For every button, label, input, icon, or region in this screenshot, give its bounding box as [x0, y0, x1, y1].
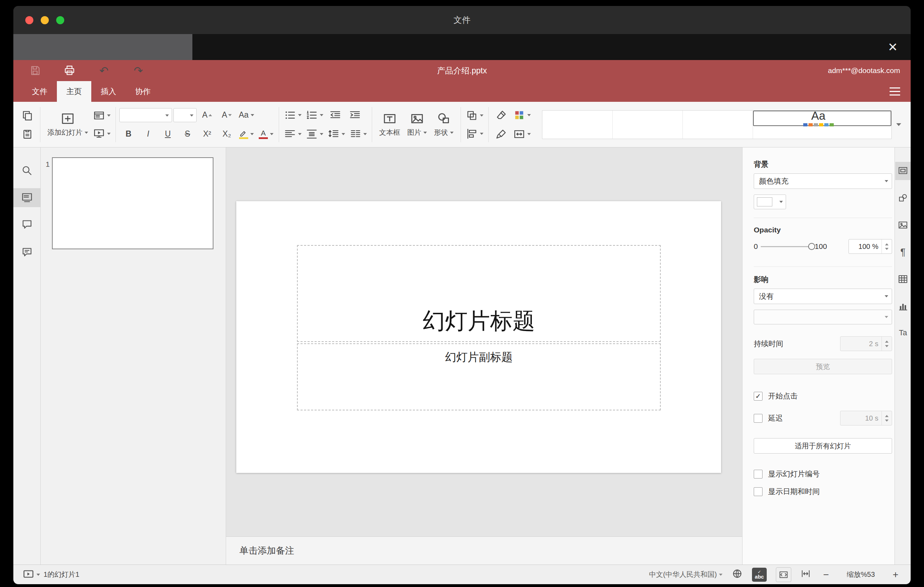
fit-slide-button[interactable]: [776, 567, 791, 582]
sidebar-item-paragraph-settings[interactable]: ¶: [895, 243, 911, 261]
menu-button[interactable]: [889, 81, 900, 102]
decrease-indent-button[interactable]: [326, 107, 345, 123]
sidebar-item-comments[interactable]: [13, 215, 40, 234]
insert-image-button[interactable]: 图片: [404, 106, 431, 143]
sidebar-item-table-settings[interactable]: [895, 270, 911, 288]
tab-file[interactable]: 文件: [23, 81, 57, 102]
start-slideshow-button[interactable]: [92, 126, 112, 142]
sidebar-item-chat[interactable]: [13, 243, 40, 262]
apply-to-all-button[interactable]: 适用于所有幻灯片: [754, 438, 892, 453]
start-slideshow-statusbar-button[interactable]: [23, 567, 40, 582]
arrange-shapes-button[interactable]: [464, 108, 485, 123]
language-selector[interactable]: 中文(中华人民共和国): [649, 570, 723, 579]
fit-width-button[interactable]: [800, 569, 811, 581]
spinner[interactable]: [881, 239, 892, 254]
slide-layout-button[interactable]: [92, 108, 112, 123]
insert-shape-button[interactable]: 形状: [431, 106, 457, 143]
opacity-input[interactable]: 100 %: [848, 239, 892, 254]
sidebar-item-slides[interactable]: [13, 188, 40, 207]
sidebar-item-search[interactable]: [13, 161, 40, 180]
slide-thumbnail-selected[interactable]: [52, 157, 213, 249]
clear-style-button[interactable]: [492, 107, 510, 123]
theme-option[interactable]: [683, 110, 753, 139]
line-spacing-button[interactable]: [326, 126, 346, 142]
font-size-combo[interactable]: [173, 108, 196, 122]
start-on-click-checkbox[interactable]: ✓: [754, 392, 762, 401]
increase-indent-button[interactable]: [346, 107, 364, 123]
zoom-traffic-light[interactable]: [56, 16, 64, 24]
set-language-button[interactable]: [732, 568, 743, 581]
slide-canvas[interactable]: 幻灯片标题 幻灯片副标题: [236, 201, 721, 473]
add-slide-button[interactable]: 添加幻灯片: [44, 106, 92, 143]
close-icon[interactable]: ✕: [885, 39, 901, 55]
theme-option[interactable]: [612, 110, 683, 139]
preview-button[interactable]: 预览: [754, 359, 892, 374]
sidebar-item-shape-settings[interactable]: [895, 189, 911, 207]
effect-select[interactable]: 没有: [754, 289, 892, 304]
columns-button[interactable]: [348, 126, 368, 142]
copy-style-button[interactable]: [492, 126, 510, 142]
sidebar-item-slide-settings[interactable]: [895, 162, 911, 180]
highlight-color-button[interactable]: [237, 126, 256, 142]
theme-option-selected[interactable]: Aa: [753, 110, 891, 126]
spellcheck-button[interactable]: ✓ abc: [752, 568, 767, 582]
sidebar-item-chart-settings[interactable]: [895, 297, 911, 316]
toolbar-separator: [488, 107, 489, 142]
redo-button[interactable]: ↷: [129, 63, 147, 78]
align-shapes-button[interactable]: [464, 126, 485, 142]
decrease-font-button[interactable]: A: [218, 107, 236, 123]
show-date-time-checkbox[interactable]: [754, 487, 762, 496]
underline-button[interactable]: U: [159, 126, 177, 142]
sidebar-item-image-settings[interactable]: [895, 216, 911, 234]
undo-button[interactable]: ↶: [95, 63, 113, 78]
show-slide-number-checkbox[interactable]: [754, 470, 762, 478]
effect-type-select[interactable]: [754, 310, 892, 325]
zoom-out-button[interactable]: −: [820, 570, 832, 580]
editing-area: 幻灯片标题 幻灯片副标题 单击添加备注: [226, 147, 742, 564]
italic-button[interactable]: I: [139, 126, 157, 142]
title-placeholder[interactable]: 幻灯片标题: [297, 245, 661, 342]
fill-color-picker[interactable]: [754, 195, 786, 209]
sidebar-item-textart-settings[interactable]: Ta: [895, 324, 911, 342]
slider-knob[interactable]: [808, 243, 815, 250]
tab-insert[interactable]: 插入: [91, 81, 126, 102]
horizontal-align-button[interactable]: [282, 126, 303, 142]
opacity-slider[interactable]: [761, 246, 812, 247]
save-button[interactable]: [26, 63, 44, 78]
theme-option[interactable]: [543, 110, 612, 139]
fill-type-select[interactable]: 颜色填充: [754, 173, 892, 189]
zoom-level[interactable]: 缩放%53: [841, 570, 881, 579]
print-button[interactable]: [60, 63, 79, 78]
subtitle-placeholder[interactable]: 幻灯片副标题: [297, 343, 661, 411]
copy-button[interactable]: [18, 108, 36, 123]
minimize-traffic-light[interactable]: [41, 16, 49, 24]
close-traffic-light[interactable]: [25, 16, 33, 24]
zoom-in-button[interactable]: +: [889, 570, 901, 580]
spinner[interactable]: [881, 337, 892, 351]
spinner[interactable]: [881, 411, 892, 425]
duration-row: 持续时间 2 s: [754, 336, 892, 351]
numbered-list-button[interactable]: [304, 107, 325, 123]
subscript-button[interactable]: X₂: [218, 126, 236, 142]
bold-button[interactable]: B: [119, 126, 138, 142]
change-case-button[interactable]: Aa: [237, 107, 256, 123]
tab-collaboration[interactable]: 协作: [126, 81, 160, 102]
font-color-button[interactable]: A: [257, 126, 275, 142]
vertical-align-button[interactable]: [304, 126, 325, 142]
delay-checkbox[interactable]: [754, 414, 762, 423]
slide-size-button[interactable]: [512, 126, 532, 142]
bullet-list-button[interactable]: [282, 107, 303, 123]
insert-textbox-button[interactable]: 文本框: [376, 106, 404, 143]
notes-area[interactable]: 单击添加备注: [226, 536, 742, 564]
font-name-combo[interactable]: [119, 108, 172, 122]
theme-gallery-expand-button[interactable]: [892, 110, 906, 139]
delay-input[interactable]: 10 s: [840, 411, 892, 425]
strikeout-button[interactable]: S: [178, 126, 196, 142]
color-scheme-button[interactable]: [512, 107, 532, 123]
tab-home[interactable]: 主页: [57, 81, 91, 102]
duration-input[interactable]: 2 s: [840, 336, 892, 351]
chevron-down-icon: [480, 114, 483, 117]
increase-font-button[interactable]: A: [198, 107, 216, 123]
paste-button[interactable]: [18, 126, 36, 142]
superscript-button[interactable]: X²: [198, 126, 216, 142]
